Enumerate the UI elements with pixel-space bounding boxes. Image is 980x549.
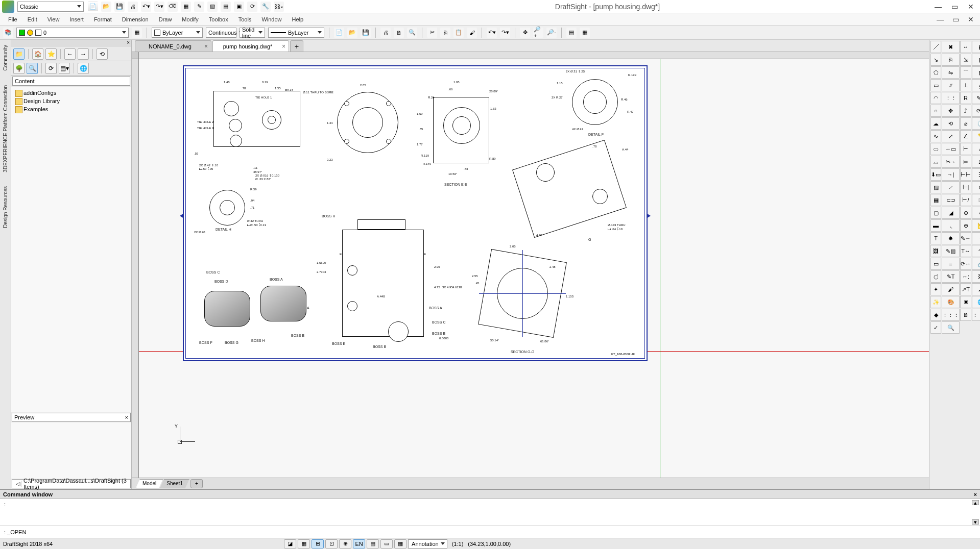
options-button[interactable]: ▦: [580, 28, 590, 38]
grid4-tool[interactable]: ⋮⋮⋮: [972, 309, 980, 321]
tree-item[interactable]: addinConfigs: [13, 89, 129, 97]
radius-dim-tool[interactable]: R: [960, 92, 971, 104]
insert-block-tool[interactable]: ⬇▭: [930, 168, 941, 181]
print-preview-button[interactable]: 🗎: [394, 28, 404, 38]
ellipse-arc-tool[interactable]: ⌓: [930, 156, 941, 168]
trim-tool[interactable]: ✂→: [942, 156, 960, 168]
content-tree[interactable]: addinConfigs Design Library Examples: [11, 87, 131, 412]
area-tool[interactable]: ▱: [972, 143, 980, 155]
copy-tool[interactable]: ⎘: [942, 54, 960, 66]
paint-button[interactable]: ✎: [194, 2, 204, 12]
make-block-tool[interactable]: ▣: [972, 54, 980, 66]
open-button[interactable]: 📂: [101, 2, 111, 12]
text-tool[interactable]: T: [930, 232, 941, 244]
spline-tool[interactable]: ∿: [930, 130, 941, 142]
explode-tool[interactable]: ✸: [942, 232, 960, 244]
linecolor-combo[interactable]: ByLayer: [268, 28, 324, 38]
pattern-tool[interactable]: ⋮⋮: [942, 92, 960, 104]
grid-toggle[interactable]: ▦: [298, 539, 310, 548]
distance-tool[interactable]: 📏: [972, 130, 980, 142]
save-button[interactable]: 💾: [114, 2, 125, 12]
matchprops-button[interactable]: 🖌: [467, 28, 477, 38]
aligned-dim-tool[interactable]: ⇲: [960, 54, 971, 66]
tree-item[interactable]: Design Library: [13, 97, 129, 105]
measure-arc-tool[interactable]: ⌒͟: [972, 194, 980, 206]
edit-block-tool[interactable]: ▤: [972, 66, 980, 79]
mdi-minimize-button[interactable]: —: [933, 15, 947, 24]
continue-dim-tool[interactable]: ⊢⊢: [960, 168, 971, 181]
menu-file[interactable]: File: [3, 15, 22, 24]
menu-help[interactable]: Help: [287, 15, 309, 24]
doc-tab-add-button[interactable]: +: [290, 40, 303, 52]
print-layout-tool[interactable]: 🗎: [960, 309, 971, 321]
align-tool[interactable]: ≡: [942, 258, 960, 270]
globe-tool[interactable]: 🌐: [972, 296, 980, 308]
std-redo-button[interactable]: ↷▾: [500, 28, 510, 38]
baseline-dim-tool[interactable]: ⊨: [960, 156, 971, 168]
link-button[interactable]: ⛓▾: [274, 2, 284, 12]
etrack-toggle[interactable]: EN: [353, 539, 365, 548]
jogged-dim-tool[interactable]: ⤴: [960, 105, 971, 117]
redo-button[interactable]: ↷▾: [154, 2, 164, 12]
mirror-tool[interactable]: ⇋: [942, 66, 960, 79]
paste-button[interactable]: 📋: [453, 28, 464, 38]
view3d-tool[interactable]: ◆: [930, 309, 941, 321]
doc-tab-noname[interactable]: NONAME_0.dwg ×: [135, 40, 211, 52]
lwt-toggle[interactable]: ▤: [367, 539, 379, 548]
wipeout-tool[interactable]: ▬: [930, 219, 941, 232]
nav-house-icon[interactable]: 🏠: [32, 48, 43, 60]
circle-select-tool[interactable]: ○̇: [930, 270, 941, 283]
scroll-down-icon[interactable]: ▾: [972, 519, 979, 525]
infinite-line-tool[interactable]: ↘: [930, 54, 941, 66]
edit-dim-tool[interactable]: ✎↔: [960, 232, 971, 244]
arc-tool[interactable]: ◠: [930, 92, 941, 104]
dim-break-tool[interactable]: ⊢/: [960, 194, 971, 206]
delete-tool[interactable]: ✖: [942, 41, 960, 53]
doc-tab-pump[interactable]: pump housing.dwg* ×: [212, 40, 289, 52]
dim-style-tool[interactable]: ↔:: [960, 270, 971, 283]
clip-button[interactable]: ▣: [234, 2, 244, 12]
view-search-icon[interactable]: 🔍: [27, 63, 38, 74]
std-print-button[interactable]: 🖨: [380, 28, 391, 38]
tolerance-tool[interactable]: ⊕: [960, 207, 971, 219]
circle-tool[interactable]: ○: [930, 105, 941, 117]
command-history[interactable]: : ▴ ▾: [0, 499, 980, 526]
annotation-scale-selector[interactable]: Annotation: [408, 539, 447, 548]
sync-button[interactable]: ⟳: [247, 2, 257, 12]
tree-item[interactable]: Examples: [13, 105, 129, 113]
polar-toggle[interactable]: ⊡: [325, 539, 338, 548]
std-open-button[interactable]: 📂: [347, 28, 357, 38]
ruler-horizontal[interactable]: [139, 52, 929, 59]
std-save-button[interactable]: 💾: [361, 28, 371, 38]
rotate-tool[interactable]: ⟲: [942, 117, 960, 130]
linear-dim-tool[interactable]: ↔: [960, 41, 971, 53]
boundary-tool[interactable]: ▢: [930, 207, 941, 219]
side-tab-design[interactable]: Design Resources: [3, 184, 8, 230]
star-tool[interactable]: ✦: [930, 283, 941, 295]
std-undo-button[interactable]: ↶▾: [487, 28, 497, 38]
linetype-selector[interactable]: Continuous: [206, 28, 236, 38]
zoom-out-button[interactable]: 🔎-: [546, 28, 557, 38]
scale-tool[interactable]: ⤢: [942, 130, 960, 142]
block-button[interactable]: ▧: [207, 2, 218, 12]
mdi-close-button[interactable]: ✕: [964, 15, 978, 24]
view-refresh-icon[interactable]: ⟳: [45, 63, 57, 74]
view-list-icon[interactable]: ▤▾: [59, 63, 70, 74]
erase-button[interactable]: ⌫: [168, 2, 178, 12]
layer-manager-button[interactable]: 📚: [3, 28, 13, 38]
layer-tools-button[interactable]: ▦: [132, 28, 142, 38]
view-tree-icon[interactable]: 🌳: [13, 63, 25, 74]
image-tool[interactable]: 🖼: [930, 245, 941, 257]
point-tool[interactable]: •: [972, 232, 980, 244]
sheet-tab-model[interactable]: Model: [136, 479, 163, 488]
redo-icon[interactable]: ↷: [972, 245, 980, 257]
menu-toolbox[interactable]: Toolbox: [204, 15, 233, 24]
move-tool[interactable]: ✥: [942, 105, 960, 117]
menu-format[interactable]: Format: [89, 15, 117, 24]
rect-tool[interactable]: ▭: [930, 79, 941, 91]
cloud-sel-tool[interactable]: ☁: [972, 283, 980, 295]
std-new-button[interactable]: 📄: [334, 28, 344, 38]
find-button[interactable]: 🔍: [407, 28, 417, 38]
snap-toggle[interactable]: ◪: [284, 539, 296, 548]
hatch-edit-tool[interactable]: ✎▨: [942, 245, 960, 257]
